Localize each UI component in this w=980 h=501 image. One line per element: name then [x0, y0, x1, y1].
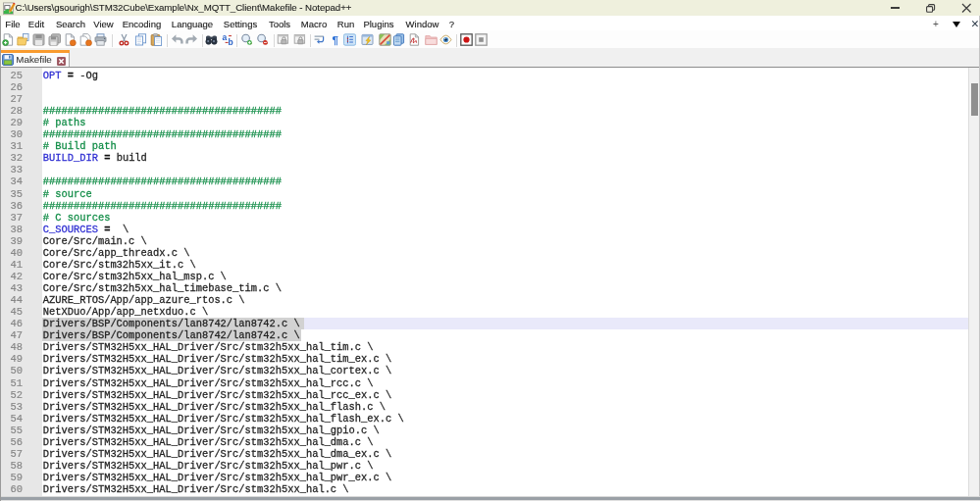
svg-text:¶: ¶ [332, 34, 338, 46]
svg-text:b: b [228, 37, 232, 46]
svg-text:a: a [222, 33, 227, 42]
